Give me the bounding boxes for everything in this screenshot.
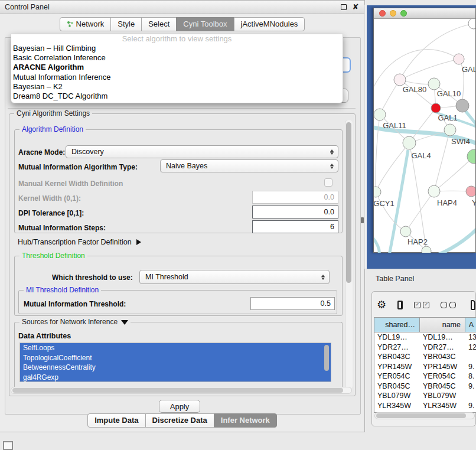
table-header[interactable]: name bbox=[420, 318, 465, 332]
manual-kernel-label: Manual Kernel Width Definition bbox=[18, 180, 123, 188]
gear-icon[interactable]: ⚙ bbox=[377, 299, 386, 310]
tab-cyni-toolbox[interactable]: Cyni Toolbox bbox=[176, 17, 234, 31]
node-gal80[interactable] bbox=[394, 74, 406, 86]
algorithm-option[interactable]: Bayesian – Hill Climbing bbox=[11, 44, 343, 53]
table-cell: YBL079W bbox=[420, 391, 465, 401]
manual-kernel-checkbox[interactable] bbox=[324, 178, 332, 187]
table-cell: 8. bbox=[465, 371, 476, 381]
node-pink-right[interactable] bbox=[466, 186, 475, 197]
node-gal10[interactable] bbox=[428, 78, 440, 90]
algorithm-option[interactable]: ARACNE Algorithm bbox=[11, 63, 343, 72]
node-gal10-label: GAL10 bbox=[437, 89, 461, 98]
table-header-partial[interactable]: A bbox=[465, 318, 476, 332]
bottom-tab-discretize-data[interactable]: Discretize Data bbox=[145, 413, 214, 428]
mi-threshold-field[interactable]: 0.5 bbox=[250, 297, 335, 310]
zoom-traffic-light-icon[interactable] bbox=[400, 10, 407, 17]
node-unlabeled-top[interactable] bbox=[468, 19, 475, 29]
attribute-item[interactable]: BetweennessCentrality bbox=[20, 363, 331, 373]
which-threshold-label: Which threshold to use: bbox=[52, 273, 133, 282]
bottom-tab-infer-network[interactable]: Infer Network bbox=[214, 413, 277, 428]
control-panel-titlebar: Control Panel ✘ bbox=[0, 1, 364, 14]
divider-collapse-handle[interactable] bbox=[361, 217, 364, 223]
data-attributes-list[interactable]: SelfLoopsTopologicalCoefficientBetweenne… bbox=[19, 343, 331, 382]
network-canvas[interactable]: GALGAL80GAL10GAL1GAL11SWI4GAL4GCY1HAP4YH… bbox=[374, 19, 475, 253]
close-traffic-light-icon[interactable] bbox=[379, 10, 386, 17]
table-panel-titlebar: Table Panel bbox=[365, 269, 476, 288]
table-cell: YLR345W bbox=[374, 401, 420, 411]
settings-hscrollbar-thumb[interactable] bbox=[12, 388, 343, 393]
algorithm-option[interactable]: Bayesian – K2 bbox=[11, 82, 343, 92]
attribute-item[interactable]: TopologicalCoefficient bbox=[20, 353, 331, 363]
node-pink-right-label: Y bbox=[472, 198, 475, 207]
combo-arrows-icon bbox=[327, 149, 337, 155]
node-hap2[interactable] bbox=[400, 226, 411, 237]
sources-expander[interactable]: Sources for Network Inference bbox=[19, 318, 131, 326]
combo-arrows-icon bbox=[318, 275, 328, 280]
attributes-scrollbar-thumb[interactable] bbox=[324, 345, 329, 371]
network-window: GALGAL80GAL10GAL1GAL11SWI4GAL4GCY1HAP4YH… bbox=[373, 8, 476, 253]
minimize-traffic-light-icon[interactable] bbox=[390, 10, 396, 17]
node-gal11[interactable] bbox=[374, 109, 386, 120]
tab-style[interactable]: Style bbox=[110, 17, 142, 31]
table-row[interactable]: YBR043CYBR043C bbox=[374, 352, 476, 362]
hub-definition-expander[interactable]: Hub/Transcription Factor Definition bbox=[18, 238, 141, 246]
table-cell: YER054C bbox=[420, 371, 465, 381]
bottom-tab-impute-data[interactable]: Impute Data bbox=[87, 413, 145, 428]
tab-select[interactable]: Select bbox=[141, 17, 177, 31]
unchecked-pair-icon[interactable] bbox=[441, 302, 456, 308]
table-header[interactable]: shared… bbox=[374, 318, 420, 332]
network-icon bbox=[67, 21, 74, 28]
mi-steps-label: Mutual Information Steps: bbox=[18, 224, 106, 232]
table-row[interactable]: YDL19…YDL19…13 bbox=[374, 332, 476, 343]
float-button[interactable] bbox=[340, 3, 348, 11]
close-button[interactable]: ✘ bbox=[351, 3, 360, 11]
minimized-panel-icon[interactable] bbox=[3, 441, 13, 450]
table-row[interactable]: YPR145WYPR145W9. bbox=[374, 362, 476, 372]
attribute-item[interactable]: SelfLoops bbox=[20, 343, 331, 353]
algorithm-option[interactable]: Dream8 DC_TDC Algorithm bbox=[11, 92, 343, 101]
table-row[interactable]: YDR27…YDR27…12 bbox=[374, 343, 476, 353]
attribute-item[interactable]: gal4RGexp bbox=[20, 373, 331, 383]
tab-jactivemnodules[interactable]: jActiveMNodules bbox=[234, 17, 305, 31]
threshold-definition-group: Threshold Definition Which threshold to … bbox=[14, 256, 343, 316]
settings-vertical-scrollbar[interactable] bbox=[345, 120, 353, 389]
table-panel-title: Table Panel bbox=[376, 275, 414, 283]
mi-steps-field[interactable]: 6 bbox=[252, 220, 338, 233]
network-window-titlebar[interactable] bbox=[374, 8, 475, 19]
table-row[interactable]: YBR045CYBR045C9. bbox=[374, 381, 476, 392]
node-gal11-label: GAL11 bbox=[383, 121, 406, 130]
node-gray[interactable] bbox=[456, 99, 469, 112]
table-row[interactable]: YBL079WYBL079W bbox=[374, 391, 476, 401]
page-icon[interactable] bbox=[471, 300, 475, 310]
apply-button[interactable]: Apply bbox=[159, 400, 200, 413]
checked-pair-icon[interactable]: ✓✓ bbox=[414, 302, 429, 308]
columns-icon[interactable] bbox=[397, 301, 403, 309]
algorithm-option[interactable]: Basic Correlation Inference bbox=[11, 53, 343, 63]
which-threshold-select[interactable]: MI Threshold bbox=[139, 270, 330, 284]
mi-algorithm-type-select[interactable]: Naive Bayes bbox=[160, 159, 338, 172]
table-cell: YDR27… bbox=[420, 343, 465, 353]
aracne-mode-select[interactable]: Discovery bbox=[66, 145, 338, 158]
dpi-tolerance-field[interactable]: 0.0 bbox=[252, 206, 338, 219]
algorithm-option[interactable]: Mutual Information Inference bbox=[11, 73, 343, 82]
group-title: Cyni Algorithm Settings bbox=[14, 109, 92, 118]
settings-horizontal-scrollbar[interactable] bbox=[11, 387, 352, 394]
node-swi4[interactable] bbox=[444, 124, 456, 136]
node-hap4[interactable] bbox=[428, 185, 440, 197]
tab-network[interactable]: Network bbox=[60, 17, 112, 31]
table-row[interactable]: YER054CYER054C8. bbox=[374, 371, 476, 381]
node-gal-partial[interactable] bbox=[454, 54, 464, 64]
bottom-tabbar: Impute DataDiscretize DataInfer Network bbox=[0, 413, 364, 428]
table-horizontal-scrollbar[interactable] bbox=[374, 412, 475, 419]
node-unlabeled-bottom[interactable] bbox=[422, 246, 431, 253]
table-cell: YBR045C bbox=[374, 381, 420, 392]
table-hscrollbar-thumb[interactable] bbox=[376, 413, 466, 418]
node-hap2-label: HAP2 bbox=[407, 237, 428, 246]
table-row[interactable]: YLR345WYLR345W9. bbox=[374, 401, 476, 411]
node-gal1[interactable] bbox=[431, 103, 441, 113]
kernel-width-field[interactable]: 0.0 bbox=[252, 191, 338, 204]
node-gcy1[interactable] bbox=[374, 187, 381, 197]
settings-scrollbar-thumb[interactable] bbox=[346, 122, 351, 283]
node-gal4[interactable] bbox=[403, 136, 416, 149]
table-cell: YPR145W bbox=[374, 362, 420, 372]
